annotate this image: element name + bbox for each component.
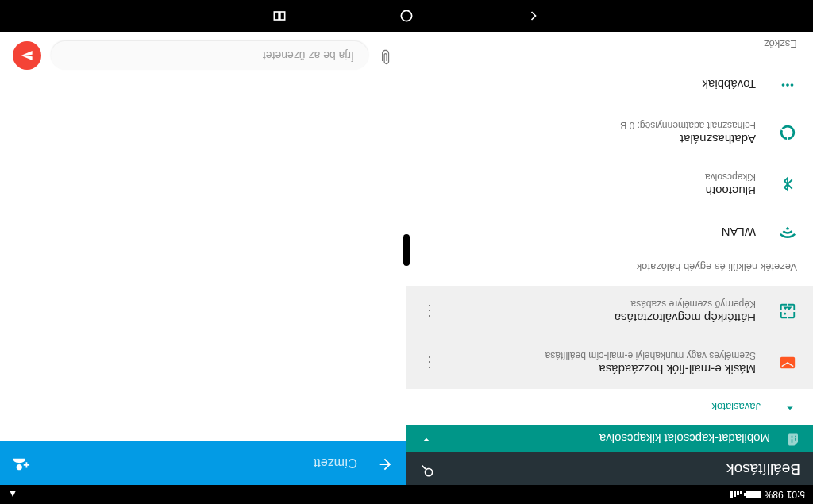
back-arrow-icon[interactable] [376, 452, 394, 474]
message-body [0, 79, 406, 441]
setting-wlan[interactable]: WLAN [406, 210, 813, 255]
chevron-up-icon [783, 398, 797, 415]
cast-icon: ▲ [8, 489, 17, 500]
more-horiz-icon [778, 75, 797, 94]
bluetooth-title: Bluetooth [422, 184, 756, 198]
data-usage-title: Adathasználat [422, 133, 756, 146]
bluetooth-icon [778, 175, 797, 194]
settings-header: Beállítások [406, 452, 813, 485]
battery-icon [746, 491, 761, 498]
chevron-down-icon [419, 430, 433, 447]
send-button[interactable] [13, 41, 41, 70]
signal-icon [730, 491, 742, 498]
compose-bar: Írja be az üzenetet [0, 32, 406, 79]
svg-point-0 [401, 10, 411, 21]
wlan-title: WLAN [422, 226, 756, 240]
suggestion-email-subtitle: Személyes vagy munkahelyi e-mail-cím beá… [459, 350, 756, 361]
split-divider-handle[interactable] [403, 234, 410, 266]
messaging-header: Címzett [0, 441, 406, 485]
suggestion-email-title: Másik e-mail-fiók hozzáadása [459, 363, 756, 376]
banner-text: Mobiladat-kapcsolat kikapcsolva [599, 432, 770, 445]
more-icon[interactable]: ⋮ [422, 303, 437, 321]
data-usage-icon [778, 124, 797, 143]
settings-title: Beállítások [454, 460, 800, 478]
compose-input[interactable]: Írja be az üzenetet [51, 41, 368, 70]
search-icon[interactable] [419, 459, 435, 479]
section-wireless: Vezeték nélküli és egyéb hálózatok [406, 255, 813, 286]
more-title: Továbbiak [422, 79, 756, 92]
section-device: Eszköz [406, 32, 813, 63]
wallpaper-icon [778, 302, 797, 321]
status-bar: 5:01 98% ▲ [0, 485, 813, 504]
navigation-bar [0, 0, 813, 32]
wifi-icon [778, 223, 797, 242]
svg-rect-1 [280, 12, 285, 20]
add-person-icon[interactable] [13, 452, 30, 474]
nav-back-button[interactable] [526, 8, 541, 24]
suggestion-wallpaper-title: Háttérkép megváltoztatása [459, 311, 756, 325]
suggestions-header[interactable]: Javaslatok [406, 389, 813, 425]
setting-bluetooth[interactable]: Bluetooth Kikapcsolva [406, 159, 813, 210]
setting-more[interactable]: Továbbiak [406, 63, 813, 107]
svg-rect-2 [274, 12, 279, 20]
recipient-field[interactable]: Címzett [49, 456, 357, 470]
data-usage-subtitle: Felhasznált adatmennyiség: 0 B [422, 120, 756, 131]
suggestion-wallpaper[interactable]: Háttérkép megváltoztatása Képernyő szemé… [406, 286, 813, 337]
suggestions-label: Javaslatok [712, 401, 761, 413]
suggestion-wallpaper-subtitle: Képernyő személyre szabása [459, 298, 756, 310]
bluetooth-subtitle: Kikapcsolva [422, 171, 756, 183]
battery-label: 98% [765, 489, 784, 500]
suggestion-email[interactable]: Másik e-mail-fiók hozzáadása Személyes v… [406, 337, 813, 389]
setting-data-usage[interactable]: Adathasználat Felhasznált adatmennyiség:… [406, 107, 813, 159]
attach-icon[interactable] [378, 46, 394, 66]
more-icon[interactable]: ⋮ [422, 355, 437, 372]
settings-pane: Beállítások Mobiladat-kapcsolat kikapcso… [406, 32, 813, 485]
messaging-pane: Címzett Írja be az üzenetet [0, 32, 406, 485]
mobile-data-banner[interactable]: Mobiladat-kapcsolat kikapcsolva [406, 425, 813, 452]
time-label: 5:01 [787, 489, 805, 500]
nav-recent-button[interactable] [272, 8, 287, 24]
email-icon [778, 354, 797, 373]
sim-icon [786, 430, 800, 447]
nav-home-button[interactable] [399, 8, 414, 24]
